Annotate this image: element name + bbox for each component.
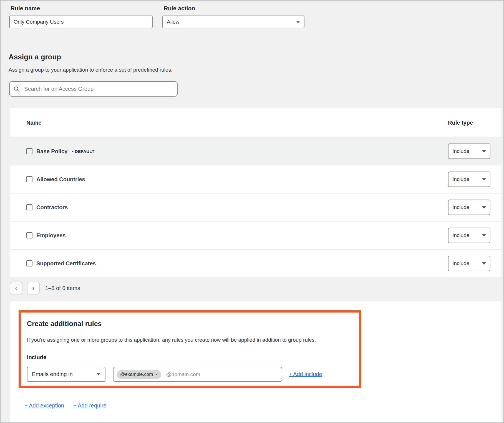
rule-type-value: Include	[452, 260, 469, 266]
group-name: Contractors	[36, 204, 68, 211]
row-checkbox[interactable]	[26, 260, 32, 266]
row-name-cell: Base Policy• DEFAULT	[10, 148, 448, 155]
pagination: ‹ › 1–5 of 6 items	[10, 282, 503, 294]
rule-type-value: Include	[452, 148, 469, 154]
rule-form: Rule name Rule action Allow	[1, 1, 503, 28]
additional-rules-description: If you’re assigning one or more groups t…	[27, 337, 359, 343]
rule-type-select[interactable]: Include	[448, 172, 490, 187]
rule-action-select[interactable]: Allow	[162, 16, 304, 28]
rule-name-label: Rule name	[11, 5, 153, 12]
rule-action-label: Rule action	[164, 5, 304, 12]
header-rule-type-cell: Rule type	[448, 120, 502, 126]
column-name: Name	[26, 120, 41, 126]
row-name-cell: Supported Certificates	[10, 260, 448, 267]
email-chip: @example.com ×	[117, 370, 161, 379]
next-page-button[interactable]: ›	[27, 282, 40, 294]
email-domain-input[interactable]: @example.com ×	[113, 367, 282, 382]
rule-type-value: Include	[452, 232, 469, 238]
chevron-down-icon	[296, 21, 300, 23]
condition-value: Emails ending in	[32, 371, 73, 377]
rule-type-value: Include	[452, 204, 469, 210]
row-type-cell: Include	[448, 228, 502, 243]
search-input[interactable]	[24, 86, 173, 92]
row-name-cell: Allowed Countries	[10, 176, 448, 183]
header-name-cell: Name	[10, 120, 448, 126]
table-header: Name Rule type	[10, 108, 502, 137]
row-name-cell: Contractors	[10, 204, 448, 211]
footer-links: + Add exception + Add require	[24, 402, 106, 409]
additional-rules-card: Create additional rules If you’re assign…	[10, 301, 502, 422]
row-checkbox[interactable]	[26, 176, 32, 182]
row-checkbox[interactable]	[26, 148, 32, 154]
highlight-box: Create additional rules If you’re assign…	[19, 310, 361, 388]
include-rule-controls: Emails ending in @example.com × + Add in…	[27, 367, 359, 382]
table-row: ContractorsInclude	[10, 193, 502, 221]
chevron-down-icon	[482, 262, 486, 265]
rule-type-select[interactable]: Include	[448, 200, 490, 215]
assign-group-title: Assign a group	[9, 53, 503, 61]
assign-group-description: Assign a group to your application to en…	[9, 67, 503, 73]
row-type-cell: Include	[448, 200, 502, 215]
page: Rule name Rule action Allow Assign a gro…	[0, 0, 504, 423]
add-include-link[interactable]: + Add include	[289, 371, 322, 377]
chevron-down-icon	[482, 178, 486, 181]
row-name-cell: Employees	[10, 232, 448, 239]
column-rule-type: Rule type	[448, 120, 473, 126]
condition-select[interactable]: Emails ending in	[27, 367, 105, 382]
table-row: Supported CertificatesInclude	[10, 249, 502, 277]
pagination-label: 1–5 of 6 items	[45, 285, 80, 291]
row-checkbox[interactable]	[26, 232, 32, 238]
row-type-cell: Include	[448, 143, 502, 159]
group-name: Allowed Countries	[36, 176, 85, 183]
chevron-down-icon	[482, 150, 486, 153]
chevron-down-icon	[97, 373, 100, 376]
email-chip-text: @example.com	[120, 372, 153, 377]
chevron-down-icon	[482, 206, 486, 209]
default-badge: • DEFAULT	[72, 149, 94, 154]
rule-type-select[interactable]: Include	[448, 256, 490, 271]
close-icon[interactable]: ×	[155, 372, 158, 377]
add-require-link[interactable]: + Add require	[73, 402, 107, 409]
rule-type-value: Include	[452, 176, 469, 182]
group-table-rows: Base Policy• DEFAULTIncludeAllowed Count…	[10, 137, 502, 277]
rule-name-field: Rule name	[9, 5, 153, 28]
access-group-search[interactable]	[9, 81, 178, 97]
table-row: Base Policy• DEFAULTInclude	[10, 137, 502, 165]
group-name: Employees	[36, 232, 66, 239]
rule-type-select[interactable]: Include	[448, 143, 490, 159]
rule-action-value: Allow	[167, 19, 179, 25]
row-checkbox[interactable]	[26, 204, 32, 210]
group-name: Supported Certificates	[36, 260, 96, 267]
domain-input[interactable]	[166, 371, 278, 377]
additional-rules-title: Create additional rules	[27, 320, 359, 328]
table-row: Allowed CountriesInclude	[10, 165, 502, 193]
row-type-cell: Include	[448, 256, 502, 271]
include-label: Include	[27, 354, 359, 361]
rule-action-field: Rule action Allow	[162, 5, 304, 28]
chevron-down-icon	[482, 234, 486, 237]
table-row: EmployeesInclude	[10, 221, 502, 249]
chevron-left-icon: ‹	[15, 284, 17, 292]
rule-name-input[interactable]	[9, 16, 153, 28]
prev-page-button[interactable]: ‹	[10, 282, 22, 294]
chevron-right-icon: ›	[32, 284, 34, 292]
access-group-table: Name Rule type Base Policy• DEFAULTInclu…	[10, 108, 502, 277]
add-exception-link[interactable]: + Add exception	[24, 402, 64, 409]
row-type-cell: Include	[448, 172, 502, 187]
search-icon	[14, 86, 20, 92]
rule-type-select[interactable]: Include	[448, 228, 490, 243]
group-name: Base Policy	[36, 148, 67, 155]
